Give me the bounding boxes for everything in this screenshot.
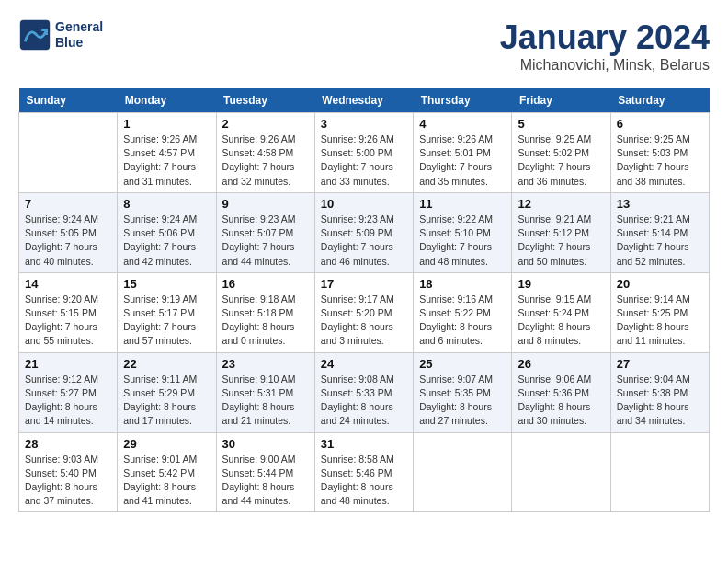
day-info: Sunrise: 9:10 AMSunset: 5:31 PMDaylight:… xyxy=(222,373,309,429)
day-info: Sunrise: 9:08 AMSunset: 5:33 PMDaylight:… xyxy=(321,373,407,429)
calendar-table: SundayMondayTuesdayWednesdayThursdayFrid… xyxy=(18,88,710,512)
calendar-cell: 3Sunrise: 9:26 AMSunset: 5:00 PMDaylight… xyxy=(314,113,413,193)
day-number: 9 xyxy=(222,197,309,211)
day-info: Sunrise: 8:58 AMSunset: 5:46 PMDaylight:… xyxy=(321,453,407,509)
calendar-cell xyxy=(414,432,512,512)
title-block: January 2024 Michanovichi, Minsk, Belaru… xyxy=(500,18,710,74)
calendar-title: January 2024 xyxy=(500,18,710,57)
week-row-1: 1Sunrise: 9:26 AMSunset: 4:57 PMDaylight… xyxy=(19,113,710,193)
calendar-cell: 28Sunrise: 9:03 AMSunset: 5:40 PMDayligh… xyxy=(19,432,118,512)
day-info: Sunrise: 9:26 AMSunset: 5:01 PMDaylight:… xyxy=(419,132,506,189)
day-info: Sunrise: 9:06 AMSunset: 5:36 PMDaylight:… xyxy=(518,373,604,429)
week-row-2: 7Sunrise: 9:24 AMSunset: 5:05 PMDaylight… xyxy=(19,192,710,272)
calendar-cell xyxy=(19,113,118,193)
calendar-cell: 9Sunrise: 9:23 AMSunset: 5:07 PMDaylight… xyxy=(216,192,314,272)
day-info: Sunrise: 9:21 AMSunset: 5:14 PMDaylight:… xyxy=(617,213,703,269)
calendar-cell: 8Sunrise: 9:24 AMSunset: 5:06 PMDaylight… xyxy=(118,192,216,272)
day-info: Sunrise: 9:04 AMSunset: 5:38 PMDaylight:… xyxy=(617,373,703,429)
calendar-cell: 19Sunrise: 9:15 AMSunset: 5:24 PMDayligh… xyxy=(512,272,610,352)
calendar-cell: 7Sunrise: 9:24 AMSunset: 5:05 PMDaylight… xyxy=(19,192,118,272)
calendar-cell: 11Sunrise: 9:22 AMSunset: 5:10 PMDayligh… xyxy=(414,192,512,272)
calendar-cell: 14Sunrise: 9:20 AMSunset: 5:15 PMDayligh… xyxy=(19,272,118,352)
day-info: Sunrise: 9:14 AMSunset: 5:25 PMDaylight:… xyxy=(617,293,703,349)
weekday-sunday: Sunday xyxy=(19,88,118,113)
calendar-cell: 25Sunrise: 9:07 AMSunset: 5:35 PMDayligh… xyxy=(414,352,512,432)
day-number: 20 xyxy=(617,277,703,291)
day-info: Sunrise: 9:23 AMSunset: 5:09 PMDaylight:… xyxy=(321,213,407,269)
day-number: 19 xyxy=(518,277,604,291)
calendar-cell: 29Sunrise: 9:01 AMSunset: 5:42 PMDayligh… xyxy=(118,432,216,512)
day-info: Sunrise: 9:26 AMSunset: 5:00 PMDaylight:… xyxy=(321,132,407,189)
calendar-cell: 31Sunrise: 8:58 AMSunset: 5:46 PMDayligh… xyxy=(314,432,413,512)
day-info: Sunrise: 9:24 AMSunset: 5:05 PMDaylight:… xyxy=(25,213,111,269)
day-info: Sunrise: 9:25 AMSunset: 5:02 PMDaylight:… xyxy=(518,132,604,189)
calendar-cell: 4Sunrise: 9:26 AMSunset: 5:01 PMDaylight… xyxy=(414,113,512,193)
day-number: 8 xyxy=(123,197,210,211)
calendar-cell: 20Sunrise: 9:14 AMSunset: 5:25 PMDayligh… xyxy=(610,272,709,352)
calendar-cell: 24Sunrise: 9:08 AMSunset: 5:33 PMDayligh… xyxy=(314,352,413,432)
day-info: Sunrise: 9:11 AMSunset: 5:29 PMDaylight:… xyxy=(123,373,210,429)
calendar-cell: 22Sunrise: 9:11 AMSunset: 5:29 PMDayligh… xyxy=(118,352,216,432)
logo: General Blue xyxy=(18,18,103,52)
day-info: Sunrise: 9:22 AMSunset: 5:10 PMDaylight:… xyxy=(419,213,506,269)
logo-text: General Blue xyxy=(55,19,103,51)
calendar-cell xyxy=(610,432,709,512)
day-number: 11 xyxy=(419,197,506,211)
day-number: 1 xyxy=(123,117,210,131)
day-number: 18 xyxy=(419,277,506,291)
calendar-cell: 13Sunrise: 9:21 AMSunset: 5:14 PMDayligh… xyxy=(610,192,709,272)
week-row-5: 28Sunrise: 9:03 AMSunset: 5:40 PMDayligh… xyxy=(19,432,710,512)
day-number: 10 xyxy=(321,197,407,211)
day-number: 16 xyxy=(222,277,309,291)
calendar-cell: 30Sunrise: 9:00 AMSunset: 5:44 PMDayligh… xyxy=(216,432,314,512)
logo-line1: General xyxy=(55,19,103,35)
day-number: 14 xyxy=(25,277,111,291)
calendar-cell: 26Sunrise: 9:06 AMSunset: 5:36 PMDayligh… xyxy=(512,352,610,432)
day-number: 31 xyxy=(321,437,407,451)
day-number: 6 xyxy=(617,117,703,131)
day-number: 23 xyxy=(222,357,309,371)
day-info: Sunrise: 9:26 AMSunset: 4:57 PMDaylight:… xyxy=(123,132,210,189)
calendar-cell: 15Sunrise: 9:19 AMSunset: 5:17 PMDayligh… xyxy=(118,272,216,352)
logo-line2: Blue xyxy=(55,35,103,51)
day-info: Sunrise: 9:18 AMSunset: 5:18 PMDaylight:… xyxy=(222,293,309,349)
day-info: Sunrise: 9:19 AMSunset: 5:17 PMDaylight:… xyxy=(123,293,210,349)
day-number: 28 xyxy=(25,437,111,451)
day-number: 15 xyxy=(123,277,210,291)
calendar-cell: 12Sunrise: 9:21 AMSunset: 5:12 PMDayligh… xyxy=(512,192,610,272)
day-info: Sunrise: 9:20 AMSunset: 5:15 PMDaylight:… xyxy=(25,293,111,349)
calendar-cell xyxy=(512,432,610,512)
day-number: 7 xyxy=(25,197,111,211)
day-info: Sunrise: 9:01 AMSunset: 5:42 PMDaylight:… xyxy=(123,453,210,509)
day-number: 29 xyxy=(123,437,210,451)
day-number: 21 xyxy=(25,357,111,371)
calendar-cell: 10Sunrise: 9:23 AMSunset: 5:09 PMDayligh… xyxy=(314,192,413,272)
day-number: 24 xyxy=(321,357,407,371)
day-number: 13 xyxy=(617,197,703,211)
day-number: 3 xyxy=(321,117,407,131)
day-info: Sunrise: 9:00 AMSunset: 5:44 PMDaylight:… xyxy=(222,453,309,509)
day-info: Sunrise: 9:12 AMSunset: 5:27 PMDaylight:… xyxy=(25,373,111,429)
day-info: Sunrise: 9:25 AMSunset: 5:03 PMDaylight:… xyxy=(617,132,703,189)
day-number: 22 xyxy=(123,357,210,371)
week-row-4: 21Sunrise: 9:12 AMSunset: 5:27 PMDayligh… xyxy=(19,352,710,432)
day-number: 12 xyxy=(518,197,604,211)
calendar-cell: 21Sunrise: 9:12 AMSunset: 5:27 PMDayligh… xyxy=(19,352,118,432)
day-number: 2 xyxy=(222,117,309,131)
day-number: 25 xyxy=(419,357,506,371)
day-info: Sunrise: 9:24 AMSunset: 5:06 PMDaylight:… xyxy=(123,213,210,269)
calendar-cell: 18Sunrise: 9:16 AMSunset: 5:22 PMDayligh… xyxy=(414,272,512,352)
weekday-wednesday: Wednesday xyxy=(314,88,413,113)
day-info: Sunrise: 9:07 AMSunset: 5:35 PMDaylight:… xyxy=(419,373,506,429)
logo-icon xyxy=(18,18,51,52)
day-info: Sunrise: 9:26 AMSunset: 4:58 PMDaylight:… xyxy=(222,132,309,189)
calendar-cell: 27Sunrise: 9:04 AMSunset: 5:38 PMDayligh… xyxy=(610,352,709,432)
weekday-header-row: SundayMondayTuesdayWednesdayThursdayFrid… xyxy=(19,88,710,113)
day-number: 17 xyxy=(321,277,407,291)
weekday-monday: Monday xyxy=(118,88,216,113)
day-number: 26 xyxy=(518,357,604,371)
weekday-saturday: Saturday xyxy=(610,88,709,113)
weekday-friday: Friday xyxy=(512,88,610,113)
calendar-cell: 5Sunrise: 9:25 AMSunset: 5:02 PMDaylight… xyxy=(512,113,610,193)
day-info: Sunrise: 9:15 AMSunset: 5:24 PMDaylight:… xyxy=(518,293,604,349)
